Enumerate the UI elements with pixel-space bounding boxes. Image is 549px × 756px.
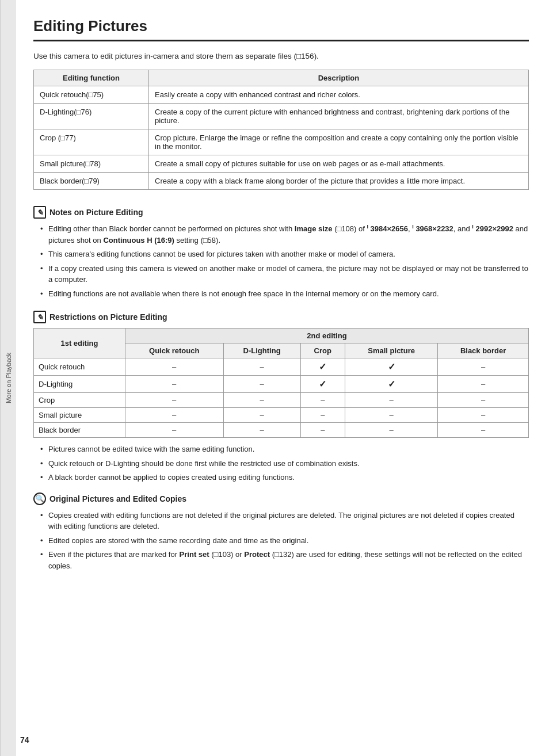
cell: –	[300, 393, 345, 408]
page-title: Editing Pictures	[33, 17, 529, 41]
row-label: Black border	[34, 423, 125, 438]
cell: –	[223, 423, 300, 438]
cell: –	[223, 393, 300, 408]
notes-section: ✎ Notes on Picture Editing Editing other…	[33, 206, 529, 299]
table-row: Small picture(□78) Create a small copy o…	[34, 155, 529, 173]
cell: ✓	[300, 358, 345, 376]
restrictions-col-bb: Black border	[438, 343, 529, 358]
restrictions-col-1st: 1st editing	[34, 329, 125, 358]
cell: –	[125, 376, 223, 393]
restrictions-table: 1st editing 2nd editing Quick retouch D-…	[33, 328, 529, 438]
cell: –	[438, 408, 529, 423]
function-name: Black border(□79)	[34, 173, 149, 190]
row-label: Quick retouch	[34, 358, 125, 376]
function-desc: Crop picture. Enlarge the image or refin…	[149, 129, 529, 155]
restrictions-col-qr: Quick retouch	[125, 343, 223, 358]
original-list: Copies created with editing functions ar…	[33, 510, 529, 572]
restrictions-header: ✎ Restrictions on Picture Editing	[33, 311, 529, 323]
function-name: Quick retouch(□75)	[34, 86, 149, 104]
original-header: 🔍 Original Pictures and Edited Copies	[33, 492, 529, 505]
editing-table: Editing function Description Quick retou…	[33, 70, 529, 190]
cell: –	[345, 393, 437, 408]
cell: –	[223, 408, 300, 423]
cell: –	[438, 423, 529, 438]
list-item: Edited copies are stored with the same r…	[39, 535, 529, 547]
cell: –	[223, 358, 300, 376]
original-section: 🔍 Original Pictures and Edited Copies Co…	[33, 492, 529, 572]
cell: –	[345, 408, 437, 423]
page-number: 74	[20, 735, 29, 744]
cell: –	[125, 423, 223, 438]
list-item: Even if the pictures that are marked for…	[39, 549, 529, 571]
restrictions-col-2nd-span: 2nd editing	[125, 329, 528, 343]
notes-list: Editing other than Black border cannot b…	[33, 223, 529, 299]
table-row: D-Lighting(□76) Create a copy of the cur…	[34, 104, 529, 129]
restrictions-icon: ✎	[33, 311, 46, 323]
cell: ✓	[300, 376, 345, 393]
cell: –	[438, 393, 529, 408]
function-desc: Create a copy with a black frame along b…	[149, 173, 529, 190]
cell: –	[125, 393, 223, 408]
function-desc: Create a small copy of pictures suitable…	[149, 155, 529, 173]
restrictions-col-sp: Small picture	[345, 343, 437, 358]
original-title: Original Pictures and Edited Copies	[49, 494, 186, 503]
row-label: Small picture	[34, 408, 125, 423]
function-desc: Easily create a copy with enhanced contr…	[149, 86, 529, 104]
list-item: Copies created with editing functions ar…	[39, 510, 529, 532]
list-item: Pictures cannot be edited twice with the…	[39, 444, 529, 455]
restrictions-col-dl: D-Lighting	[223, 343, 300, 358]
function-name: Small picture(□78)	[34, 155, 149, 173]
intro-text: Use this camera to edit pictures in-came…	[33, 52, 529, 60]
list-item: Editing other than Black border cannot b…	[39, 223, 529, 246]
cell: ✓	[345, 376, 437, 393]
table-row: Quick retouch(□75) Easily create a copy …	[34, 86, 529, 104]
table-row: D-Lighting – – ✓ ✓ –	[34, 376, 529, 393]
notes-header: ✎ Notes on Picture Editing	[33, 206, 529, 219]
sidebar-label: More on Playback	[0, 0, 16, 756]
editing-table-header-function: Editing function	[34, 70, 149, 86]
restrictions-title: Restrictions on Picture Editing	[49, 312, 167, 322]
restrictions-section: ✎ Restrictions on Picture Editing 1st ed…	[33, 311, 529, 483]
row-label: Crop	[34, 393, 125, 408]
list-item: Editing functions are not available when…	[39, 288, 529, 300]
list-item: Quick retouch or D-Lighting should be do…	[39, 458, 529, 469]
list-item: A black border cannot be applied to copi…	[39, 472, 529, 483]
restrictions-list: Pictures cannot be edited twice with the…	[33, 444, 529, 483]
cell: –	[125, 358, 223, 376]
list-item: This camera's editing functions cannot b…	[39, 249, 529, 260]
notes-icon: ✎	[33, 206, 46, 219]
list-item: If a copy created using this camera is v…	[39, 263, 529, 285]
notes-title: Notes on Picture Editing	[49, 208, 143, 217]
cell: –	[438, 358, 529, 376]
table-row: Small picture – – – – –	[34, 408, 529, 423]
cell: –	[300, 423, 345, 438]
function-desc: Create a copy of the current picture wit…	[149, 104, 529, 129]
table-row: Crop (□77) Crop picture. Enlarge the ima…	[34, 129, 529, 155]
editing-table-header-description: Description	[149, 70, 529, 86]
table-row: Quick retouch – – ✓ ✓ –	[34, 358, 529, 376]
restrictions-col-crop: Crop	[300, 343, 345, 358]
original-icon: 🔍	[33, 492, 46, 505]
cell: –	[125, 408, 223, 423]
table-row: Crop – – – – –	[34, 393, 529, 408]
cell: –	[223, 376, 300, 393]
cell: –	[438, 376, 529, 393]
function-name: Crop (□77)	[34, 129, 149, 155]
cell: ✓	[345, 358, 437, 376]
cell: –	[300, 408, 345, 423]
row-label: D-Lighting	[34, 376, 125, 393]
function-name: D-Lighting(□76)	[34, 104, 149, 129]
table-row: Black border(□79) Create a copy with a b…	[34, 173, 529, 190]
cell: –	[345, 423, 437, 438]
table-row: Black border – – – – –	[34, 423, 529, 438]
